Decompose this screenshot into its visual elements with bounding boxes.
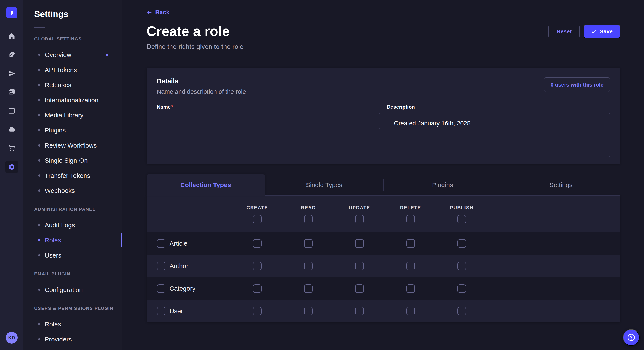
checkbox-category-delete[interactable] [406,284,415,293]
permission-row-category: Category [146,277,620,300]
subnav-item-audit-logs[interactable]: Audit Logs [34,217,116,233]
check-icon [591,29,596,34]
subnav-item-label: Providers [45,336,72,343]
paper-plane-nav-button[interactable] [5,67,18,80]
tab-plugins[interactable]: Plugins [383,174,502,196]
checkbox-author-read[interactable] [304,262,313,270]
select-row-author-checkbox[interactable] [157,262,166,270]
checkbox-author-update[interactable] [355,262,364,270]
subnav-item-label: Internationalization [45,97,98,104]
column-header: PUBLISH [450,205,474,210]
subnav-item-transfer-tokens[interactable]: Transfer Tokens [34,168,116,183]
subnav-item-media-library[interactable]: Media Library [34,108,116,123]
checkbox-user-read[interactable] [304,307,313,315]
subnav-item-internationalization[interactable]: Internationalization [34,93,116,108]
subnav-item-label: Review Workflows [45,142,97,149]
select-all-create-checkbox[interactable] [253,215,262,223]
subnav-item-single-sign-on[interactable]: Single Sign-On [34,153,116,168]
row-label: Category [170,285,196,292]
name-label-text: Name [157,104,170,110]
cart-icon [8,144,16,152]
select-all-read-checkbox[interactable] [304,215,313,223]
checkbox-user-create[interactable] [253,307,262,315]
subnav-item-roles[interactable]: Roles [34,317,116,332]
checkbox-user-update[interactable] [355,307,364,315]
checkbox-author-publish[interactable] [458,262,466,270]
checkbox-article-create[interactable] [253,239,262,248]
users-with-role-button[interactable]: 0 users with this role [544,77,610,92]
checkbox-category-read[interactable] [304,284,313,293]
bullet-icon [38,159,40,162]
subnav-item-review-workflows[interactable]: Review Workflows [34,138,116,153]
subnav-item-plugins[interactable]: Plugins [34,123,116,138]
subnav-item-label: Media Library [45,112,84,119]
name-input[interactable] [157,113,380,129]
feather-nav-button[interactable] [5,48,18,61]
description-textarea[interactable]: Created January 16th, 2025 [387,113,610,157]
subnav-item-overview[interactable]: Overview [34,47,116,62]
checkbox-article-publish[interactable] [458,239,466,248]
subnav-item-users[interactable]: Users [34,248,116,263]
strapi-logo-icon [8,9,15,16]
home-nav-button[interactable] [5,30,18,42]
checkbox-article-delete[interactable] [406,239,415,248]
reset-button[interactable]: Reset [548,25,580,38]
tab-collection-types[interactable]: Collection Types [146,174,265,196]
subnav-item-label: Configuration [45,286,83,293]
row-label: Author [170,262,188,270]
section-label: ADMINISTRATION PANEL [34,207,116,212]
bullet-icon [38,239,40,241]
tab-single-types[interactable]: Single Types [265,174,383,196]
subnav-item-roles[interactable]: Roles [34,233,116,248]
select-row-user-checkbox[interactable] [157,307,166,315]
strapi-logo[interactable] [6,7,17,18]
subnav-item-label: Transfer Tokens [45,172,90,179]
checkbox-article-update[interactable] [355,239,364,248]
checkbox-category-update[interactable] [355,284,364,293]
bullet-icon [38,144,40,147]
cart-nav-button[interactable] [5,142,18,154]
tab-settings[interactable]: Settings [502,174,620,196]
section-label: GLOBAL SETTINGS [34,36,116,41]
gear-nav-button[interactable] [5,161,18,173]
bullet-icon [38,224,40,226]
back-label: Back [155,9,170,16]
checkbox-author-create[interactable] [253,262,262,270]
save-label: Save [600,28,613,35]
avatar[interactable]: KD [6,332,18,344]
main-nav-rail: KD [0,0,24,350]
checkbox-author-delete[interactable] [406,262,415,270]
cloud-nav-button[interactable] [5,123,18,136]
back-link[interactable]: Back [146,9,170,16]
subnav-item-label: API Tokens [45,66,77,74]
save-button[interactable]: Save [584,25,620,38]
images-nav-button[interactable] [5,86,18,98]
subnav-item-label: Plugins [45,127,66,134]
description-label: Description [387,104,415,110]
subnav-item-configuration[interactable]: Configuration [34,282,116,297]
subnav-item-api-tokens[interactable]: API Tokens [34,62,116,77]
checkbox-user-delete[interactable] [406,307,415,315]
select-all-delete-checkbox[interactable] [406,215,415,223]
subnav-item-webhooks[interactable]: Webhooks [34,183,116,198]
select-row-article-checkbox[interactable] [157,239,166,248]
select-row-category-checkbox[interactable] [157,284,166,293]
help-button[interactable] [623,329,640,346]
layout-nav-button[interactable] [5,104,18,117]
section-label: EMAIL PLUGIN [34,271,116,276]
subnav-item-label: Roles [45,237,61,244]
subnav-item-releases[interactable]: Releases [34,77,116,93]
checkbox-article-read[interactable] [304,239,313,248]
checkbox-user-publish[interactable] [458,307,466,315]
required-mark: * [171,104,173,110]
details-subtitle: Name and description of the role [157,88,246,95]
checkbox-category-create[interactable] [253,284,262,293]
notification-dot [106,54,108,56]
permissions-section: Collection TypesSingle TypesPluginsSetti… [146,174,620,322]
bullet-icon [38,69,40,71]
checkbox-category-publish[interactable] [458,284,466,293]
select-all-update-checkbox[interactable] [355,215,364,223]
subnav-item-providers[interactable]: Providers [34,332,116,347]
select-all-publish-checkbox[interactable] [458,215,466,223]
home-icon [8,32,16,40]
